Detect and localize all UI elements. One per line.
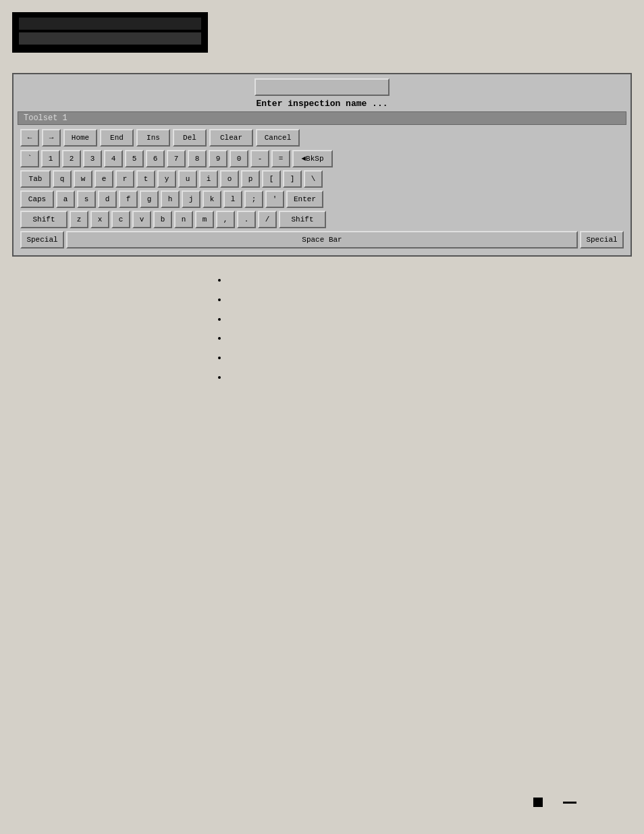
keyboard-row-2: Tab q w e r t y u i o p [ ] \	[18, 170, 626, 188]
key-v[interactable]: v	[132, 211, 151, 228]
key-backspace[interactable]: ◄BkSp	[292, 150, 333, 167]
key-c[interactable]: c	[111, 211, 130, 228]
cancel-button[interactable]: Cancel	[256, 129, 300, 147]
key-comma[interactable]: ,	[216, 211, 235, 228]
right-arrow-button[interactable]: →	[42, 129, 61, 147]
prompt-text: Enter inspection name ...	[18, 99, 626, 109]
key-g[interactable]: g	[140, 190, 159, 208]
keyboard-row-3: Caps a s d f g h j k l ; ' Enter	[18, 190, 626, 208]
key-j[interactable]: j	[182, 190, 200, 208]
keyboard-row-1: ` 1 2 3 4 5 6 7 8 9 0 - = ◄BkSp	[18, 150, 626, 167]
key-5[interactable]: 5	[125, 150, 144, 167]
key-x[interactable]: x	[90, 211, 109, 228]
key-8[interactable]: 8	[188, 150, 207, 167]
key-z[interactable]: z	[70, 211, 88, 228]
key-m[interactable]: m	[195, 211, 214, 228]
key-enter[interactable]: Enter	[286, 190, 323, 208]
key-s[interactable]: s	[77, 190, 96, 208]
key-p[interactable]: p	[241, 170, 260, 188]
key-o[interactable]: o	[220, 170, 239, 188]
key-a[interactable]: a	[56, 190, 75, 208]
key-2[interactable]: 2	[62, 150, 81, 167]
keyboard-row-4: Shift z x c v b n m , . / Shift	[18, 211, 626, 228]
key-1[interactable]: 1	[41, 150, 60, 167]
key-shift-right[interactable]: Shift	[279, 211, 326, 228]
keyboard-row-5: Special Space Bar Special	[18, 231, 626, 249]
key-y[interactable]: y	[157, 170, 176, 188]
home-button[interactable]: Home	[63, 129, 97, 147]
list-item	[228, 293, 632, 307]
left-arrow-button[interactable]: ←	[20, 129, 39, 147]
key-d[interactable]: d	[98, 190, 117, 208]
bullet-list	[228, 273, 632, 385]
key-open-bracket[interactable]: [	[262, 170, 281, 188]
key-semicolon[interactable]: ;	[244, 190, 263, 208]
key-f[interactable]: f	[119, 190, 138, 208]
key-special-right[interactable]: Special	[580, 231, 624, 249]
key-spacebar[interactable]: Space Bar	[66, 231, 578, 249]
key-backtick[interactable]: `	[20, 150, 39, 167]
list-item	[228, 332, 632, 346]
key-l[interactable]: l	[223, 190, 242, 208]
key-backslash[interactable]: \	[304, 170, 323, 188]
key-u[interactable]: u	[178, 170, 197, 188]
key-caps[interactable]: Caps	[20, 190, 54, 208]
list-item	[228, 371, 632, 385]
key-equals[interactable]: =	[271, 150, 290, 167]
key-q[interactable]: q	[53, 170, 72, 188]
nav-row: ← → Home End Ins Del Clear Cancel	[18, 129, 626, 147]
key-shift-left[interactable]: Shift	[20, 211, 68, 228]
toolset-bar: Toolset 1	[18, 111, 626, 125]
key-3[interactable]: 3	[83, 150, 102, 167]
key-t[interactable]: t	[136, 170, 155, 188]
top-header	[12, 12, 208, 53]
key-7[interactable]: 7	[167, 150, 186, 167]
body-content	[12, 273, 632, 385]
key-e[interactable]: e	[95, 170, 113, 188]
key-b[interactable]: b	[153, 211, 172, 228]
key-special-left[interactable]: Special	[20, 231, 64, 249]
name-input[interactable]	[254, 78, 390, 96]
list-item	[228, 273, 632, 288]
header-line-2	[19, 32, 201, 45]
del-button[interactable]: Del	[173, 129, 207, 147]
keyboard-dialog: Enter inspection name ... Toolset 1 ← → …	[12, 73, 632, 257]
key-r[interactable]: r	[115, 170, 134, 188]
black-dash-icon	[563, 802, 576, 804]
list-item	[228, 351, 632, 365]
key-h[interactable]: h	[161, 190, 180, 208]
header-line-1	[19, 18, 201, 30]
key-slash[interactable]: /	[258, 211, 277, 228]
key-period[interactable]: .	[237, 211, 256, 228]
key-6[interactable]: 6	[146, 150, 165, 167]
key-0[interactable]: 0	[230, 150, 248, 167]
ins-button[interactable]: Ins	[136, 129, 170, 147]
key-w[interactable]: w	[74, 170, 92, 188]
key-i[interactable]: i	[199, 170, 218, 188]
key-quote[interactable]: '	[265, 190, 284, 208]
list-item	[228, 313, 632, 327]
clear-button[interactable]: Clear	[209, 129, 253, 147]
bottom-symbols	[533, 798, 576, 807]
black-square-icon	[533, 798, 543, 807]
key-n[interactable]: n	[174, 211, 193, 228]
input-row	[18, 78, 626, 96]
key-minus[interactable]: -	[250, 150, 269, 167]
key-close-bracket[interactable]: ]	[283, 170, 302, 188]
key-k[interactable]: k	[203, 190, 221, 208]
key-9[interactable]: 9	[209, 150, 227, 167]
end-button[interactable]: End	[100, 129, 134, 147]
key-4[interactable]: 4	[104, 150, 123, 167]
key-tab[interactable]: Tab	[20, 170, 51, 188]
